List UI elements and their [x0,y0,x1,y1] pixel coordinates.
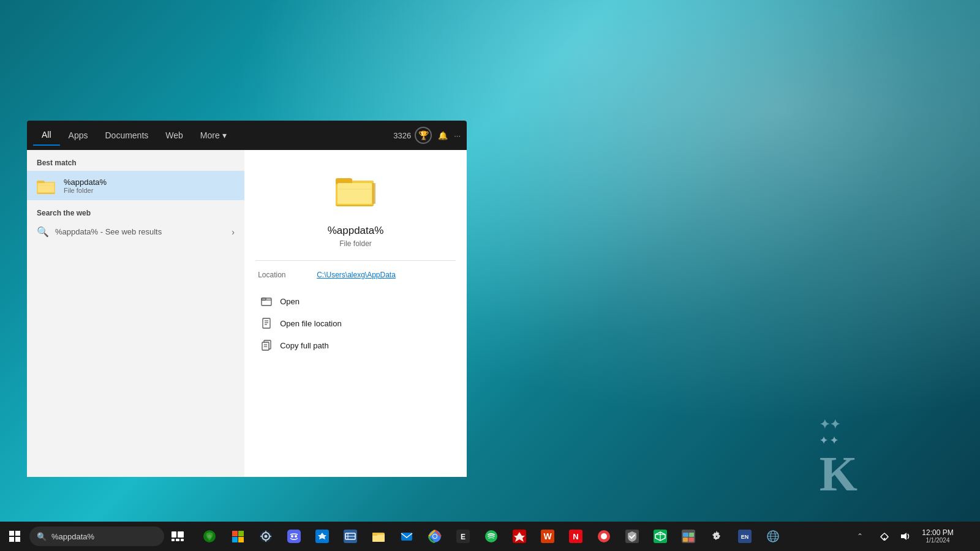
open-location-icon [260,317,273,329]
taskbar-app5[interactable] [309,523,336,550]
taskbar-app6[interactable] [337,523,364,550]
svg-rect-23 [9,537,14,542]
web-item-text: %appdata% - See web results [55,227,225,236]
svg-rect-28 [176,539,179,541]
taskbar-search[interactable]: 🔍 %appdata% [29,527,164,546]
svg-rect-3 [38,183,54,192]
svg-rect-75 [689,533,694,537]
web-suffix: - See web results [98,227,162,236]
system-clock[interactable]: 12:00 PM 1/1/2024 [916,523,959,550]
svg-rect-76 [683,538,688,542]
svg-point-31 [208,534,211,538]
best-match-label: Best match [27,155,244,171]
taskbar-security[interactable] [619,523,646,550]
taskbar-discord[interactable] [281,523,307,550]
best-match-name: %appdata% [64,178,107,187]
tab-more[interactable]: More ▾ [192,126,235,145]
taskbar-search-icon: 🔍 [37,532,47,541]
taskbar-steam[interactable] [252,523,279,550]
taskbar-store[interactable] [224,523,251,550]
svg-rect-74 [683,533,688,537]
taskbar-spotify[interactable] [478,523,505,550]
taskbar-app14[interactable] [590,523,617,550]
tab-all[interactable]: All [33,125,60,146]
svg-point-38 [265,535,268,538]
tab-more-label: More ▾ [200,130,227,140]
trophy-icon: 🏆 [415,127,432,144]
svg-rect-32 [232,531,238,536]
taskbar-netflix[interactable]: N [562,523,589,550]
taskbar-green-cube[interactable] [647,523,674,550]
large-result-type: File folder [339,239,372,248]
svg-marker-89 [901,533,907,540]
svg-rect-21 [9,531,14,536]
tabs-bar: All Apps Documents Web More ▾ 3326 🏆 🔔 ·… [27,121,467,150]
system-tray-network[interactable] [875,523,894,550]
search-panel: All Apps Documents Web More ▾ 3326 🏆 🔔 ·… [27,121,467,477]
action-list: Open Open file location [255,291,456,355]
show-desktop-button[interactable] [960,523,975,550]
left-panel: Best match %appd [27,150,244,477]
taskbar-red-app[interactable] [506,523,533,550]
best-match-item[interactable]: %appdata% File folder [27,171,244,200]
taskbar-search-text: %appdata% [51,532,94,541]
svg-rect-35 [238,537,244,542]
taskbar-task-view[interactable] [164,523,191,550]
svg-rect-25 [172,531,176,538]
taskbar-epic[interactable]: E [450,523,477,550]
svg-rect-34 [232,537,238,542]
k-watermark: ✦ ✦ K [820,417,858,502]
web-section-label: Search the web [27,205,244,221]
taskbar-mail[interactable] [393,523,420,550]
divider [255,260,456,261]
svg-point-67 [601,533,607,539]
taskbar-language[interactable]: EN [731,523,758,550]
open-icon [260,295,273,307]
taskbar-xbox[interactable] [196,523,223,550]
svg-point-45 [295,535,297,538]
tab-documents[interactable]: Documents [96,126,157,145]
open-location-label: Open file location [280,319,341,328]
web-search-item[interactable]: 🔍 %appdata% - See web results › [27,221,244,242]
copy-path-label: Copy full path [280,341,329,350]
svg-rect-77 [688,538,694,542]
folder-icon [37,176,56,195]
large-folder-icon [336,168,375,217]
copy-path-icon [260,339,273,351]
svg-rect-43 [287,530,301,543]
svg-rect-27 [172,539,175,541]
score-value: 3326 [393,131,411,140]
tab-apps[interactable]: Apps [60,126,97,145]
taskbar-photos[interactable] [675,523,702,550]
system-tray-volume[interactable] [895,523,915,550]
svg-rect-26 [178,531,184,538]
open-location-action[interactable]: Open file location [258,313,453,333]
taskbar-vpn[interactable] [760,523,786,550]
web-query: %appdata% [55,227,98,236]
taskbar-office[interactable]: W [534,523,561,550]
location-label: Location [258,271,307,279]
tab-web[interactable]: Web [157,126,192,145]
meta-row: Location C:\Users\alexg\AppData [255,271,456,279]
start-button[interactable] [0,522,29,551]
taskbar-chrome[interactable] [421,523,448,550]
more-options-icon[interactable]: ··· [454,131,461,140]
large-result-name: %appdata% [328,225,384,237]
open-action[interactable]: Open [258,291,453,311]
svg-rect-24 [15,537,20,542]
system-tray-chevron[interactable]: ⌃ [846,523,873,550]
svg-rect-9 [372,183,375,204]
location-value[interactable]: C:\Users\alexg\AppData [317,271,396,279]
copy-path-action[interactable]: Copy full path [258,335,453,355]
right-panel: %appdata% File folder Location C:\Users\… [244,150,467,477]
svg-rect-29 [181,539,184,541]
svg-text:W: W [543,531,552,541]
search-icon: 🔍 [37,226,49,238]
svg-rect-53 [372,533,377,536]
feedback-icon[interactable]: 🔔 [438,131,448,140]
taskbar: 🔍 %appdata% [0,522,980,551]
svg-rect-13 [263,318,270,328]
taskbar-settings[interactable] [703,523,730,550]
taskbar-file-explorer[interactable] [365,523,392,550]
taskbar-system-tray: ⌃ 12:00 PM 1/1/2024 [846,523,980,550]
